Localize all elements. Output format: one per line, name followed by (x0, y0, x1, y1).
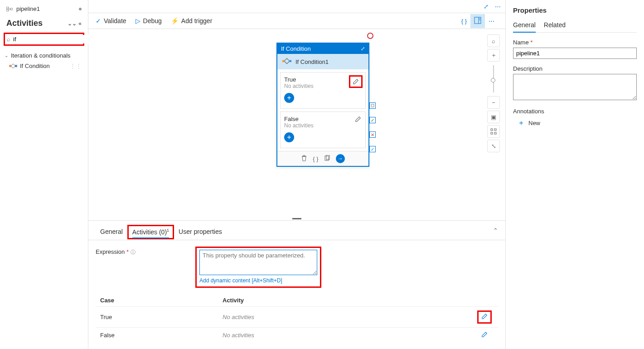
if-condition-node[interactable]: If Condition ⤢ If Condition1 True No act… (276, 43, 369, 167)
chevron-down-icon: ⌄ (5, 53, 8, 58)
category-iteration-conditionals[interactable]: ⌄ Iteration & conditionals (4, 50, 84, 61)
validate-button[interactable]: ✓Validate (96, 17, 126, 24)
pipeline-toolbar: ✓Validate ▷Debug ⚡Add trigger { } ⋯ (88, 13, 505, 29)
if-condition-icon (9, 63, 17, 69)
name-input[interactable] (513, 48, 637, 59)
node-code-button[interactable]: { } (313, 155, 318, 162)
zoom-out-button[interactable]: − (487, 96, 500, 109)
code-view-button[interactable]: { } (458, 15, 470, 27)
svg-rect-16 (290, 60, 292, 63)
rtab-related[interactable]: Related (544, 19, 566, 32)
trigger-icon: ⚡ (171, 17, 179, 24)
more-icon[interactable]: ⋯ (495, 3, 501, 10)
expand-icon[interactable]: ⤢ (484, 3, 489, 10)
collapse-panel-icon[interactable]: « (78, 20, 82, 27)
copy-node-button[interactable] (324, 155, 330, 163)
play-icon: ▷ (136, 17, 140, 24)
panel-splitter[interactable] (88, 217, 505, 220)
svg-rect-12 (494, 129, 496, 131)
svg-rect-0 (7, 7, 9, 9)
collapse-config-button[interactable]: ⌃ (493, 227, 498, 238)
pipeline-tab[interactable]: pipeline1 (4, 4, 84, 14)
true-branch: True No activities + (280, 72, 366, 109)
node-footer: { } → (277, 151, 368, 166)
check-icon: ✓ (96, 17, 101, 24)
search-icon: ⌕ (7, 36, 10, 43)
tab-general[interactable]: General (96, 224, 127, 240)
svg-rect-7 (475, 17, 481, 24)
svg-rect-1 (7, 9, 9, 11)
config-tabs: General Activities (0)1 User properties … (88, 221, 505, 240)
properties-tabs: General Related (513, 19, 637, 33)
drag-grip-icon: ⋮⋮ (70, 63, 82, 69)
activity-if-condition[interactable]: If Condition ⋮⋮ (4, 61, 84, 71)
pencil-icon (353, 78, 359, 85)
svg-rect-5 (10, 65, 11, 67)
case-header: Case (100, 297, 223, 304)
fit-screen-button[interactable]: ▣ (487, 111, 500, 123)
properties-toggle-button[interactable] (470, 14, 485, 28)
edit-false-case-button[interactable] (481, 331, 488, 339)
new-annotation-button[interactable]: ＋ New (513, 118, 637, 128)
tab-badge: 1 (167, 228, 169, 233)
tab-user-properties[interactable]: User properties (174, 224, 227, 240)
add-dynamic-content-link[interactable]: Add dynamic content [Alt+Shift+D] (199, 277, 317, 284)
tab-activities[interactable]: Activities (0)1 (127, 225, 174, 240)
add-false-activity-button[interactable]: + (284, 132, 294, 142)
svg-rect-6 (15, 65, 17, 67)
node-header[interactable]: If Condition ⤢ (277, 44, 368, 54)
activity-header: Activity (223, 297, 475, 304)
svg-rect-15 (282, 60, 285, 63)
case-false-activity: No activities (223, 332, 475, 339)
activities-title: Activities (6, 19, 43, 28)
search-input[interactable] (12, 35, 90, 44)
case-false: False (100, 332, 223, 339)
activity-label: If Condition (20, 63, 50, 69)
rtab-general[interactable]: General (513, 19, 536, 32)
canvas-search-button[interactable]: ⌕ (487, 34, 500, 47)
annotations-label: Annotations (513, 108, 637, 115)
edit-false-branch-button[interactable] (353, 115, 363, 124)
expression-input[interactable] (199, 250, 317, 275)
expand-node-icon[interactable]: ⤢ (361, 46, 365, 52)
case-true-activity: No activities (223, 314, 475, 320)
zoom-handle[interactable] (491, 78, 495, 82)
node-connectors: ✓ ✕ ✓ (369, 102, 376, 152)
connector-success[interactable]: ✓ (369, 117, 376, 123)
new-label: New (528, 120, 540, 126)
node-go-button[interactable]: → (336, 154, 345, 163)
connector-failure[interactable]: ✕ (369, 131, 376, 138)
false-branch: False No activities + (280, 111, 366, 148)
if-condition-icon (282, 58, 292, 66)
add-true-activity-button[interactable]: + (284, 93, 294, 103)
auto-layout-button[interactable] (487, 125, 500, 138)
connector-gray[interactable] (369, 102, 376, 109)
name-label: Name * (513, 39, 637, 46)
collapse-canvas-button[interactable]: ⤡ (487, 140, 500, 152)
case-true: True (100, 314, 223, 320)
pipeline-icon (6, 6, 14, 12)
edit-true-case-button[interactable] (477, 310, 492, 324)
toolbar-more-button[interactable]: ⋯ (485, 15, 498, 27)
zoom-in-button[interactable]: ＋ (487, 49, 500, 62)
false-branch-label: False (284, 116, 362, 122)
expression-label: Expression *ⓘ (96, 247, 186, 256)
activity-config-panel: General Activities (0)1 User properties … (88, 220, 505, 349)
add-trigger-button[interactable]: ⚡Add trigger (171, 17, 212, 24)
editor-tab-bar: ⤢ ⋯ (88, 0, 505, 13)
collapse-all-icon[interactable]: ⌄⌄ (68, 20, 77, 27)
svg-line-4 (9, 9, 11, 10)
zoom-slider[interactable] (493, 65, 494, 92)
edit-true-branch-button[interactable] (349, 75, 363, 88)
description-input[interactable] (513, 74, 637, 100)
debug-button[interactable]: ▷Debug (136, 17, 162, 24)
pipeline-canvas[interactable]: ⌕ ＋ − ▣ ⤡ If Condition ⤢ If Condit (88, 29, 505, 217)
pencil-icon (355, 116, 361, 122)
delete-node-button[interactable] (301, 155, 307, 163)
category-label: Iteration & conditionals (11, 52, 71, 59)
activities-search[interactable]: ⌕ (4, 33, 84, 46)
connector-completion[interactable]: ✓ (369, 146, 376, 152)
info-icon[interactable]: ⓘ (131, 249, 136, 255)
plus-icon: ＋ (518, 118, 525, 128)
node-title-bar[interactable]: If Condition1 (277, 54, 368, 69)
